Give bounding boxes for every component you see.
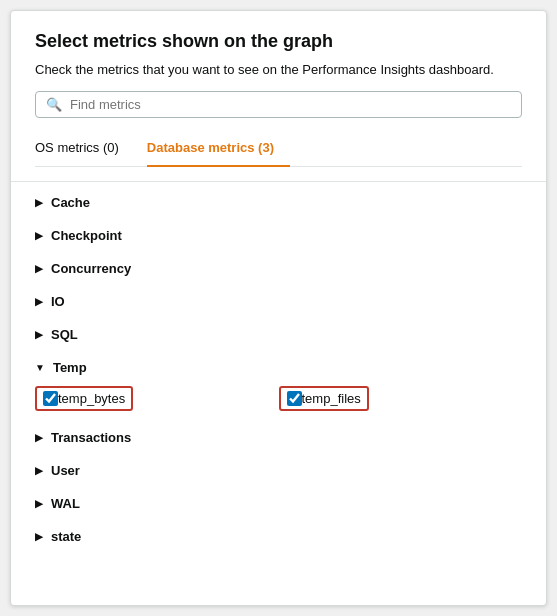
temp-files-label: temp_files [302, 391, 361, 406]
metric-group-cache-header[interactable]: Cache [35, 190, 522, 215]
temp-expand-icon [35, 362, 45, 373]
user-label: User [51, 463, 80, 478]
metric-group-user: User [35, 454, 522, 487]
metric-group-state: state [35, 520, 522, 553]
temp-files-checkbox[interactable] [287, 391, 302, 406]
metric-group-sql: SQL [35, 318, 522, 351]
checkpoint-label: Checkpoint [51, 228, 122, 243]
concurrency-expand-icon [35, 263, 43, 274]
select-metrics-modal: Select metrics shown on the graph Check … [10, 10, 547, 606]
metric-group-state-header[interactable]: state [35, 524, 522, 549]
temp-bytes-checkbox[interactable] [43, 391, 58, 406]
wal-label: WAL [51, 496, 80, 511]
metric-group-io-header[interactable]: IO [35, 289, 522, 314]
sql-expand-icon [35, 329, 43, 340]
cache-label: Cache [51, 195, 90, 210]
temp-files-wrapper: temp_files [279, 386, 369, 411]
metric-group-wal-header[interactable]: WAL [35, 491, 522, 516]
search-icon: 🔍 [46, 97, 62, 112]
metric-group-temp: Temp temp_bytes temp_files [35, 351, 522, 421]
metric-group-io: IO [35, 285, 522, 318]
metric-group-wal: WAL [35, 487, 522, 520]
transactions-expand-icon [35, 432, 43, 443]
io-label: IO [51, 294, 65, 309]
metric-groups-list: Cache Checkpoint Concurrency IO [35, 186, 522, 553]
metric-group-transactions-header[interactable]: Transactions [35, 425, 522, 450]
modal-title: Select metrics shown on the graph [35, 31, 522, 52]
concurrency-label: Concurrency [51, 261, 131, 276]
tabs-container: OS metrics (0) Database metrics (3) [35, 132, 522, 167]
state-label: state [51, 529, 81, 544]
metric-group-concurrency: Concurrency [35, 252, 522, 285]
transactions-label: Transactions [51, 430, 131, 445]
temp-bytes-wrapper: temp_bytes [35, 386, 133, 411]
metric-group-checkpoint: Checkpoint [35, 219, 522, 252]
wal-expand-icon [35, 498, 43, 509]
temp-files-item: temp_files [279, 386, 523, 411]
checkpoint-expand-icon [35, 230, 43, 241]
metric-group-concurrency-header[interactable]: Concurrency [35, 256, 522, 281]
temp-label: Temp [53, 360, 87, 375]
io-expand-icon [35, 296, 43, 307]
modal-subtitle: Check the metrics that you want to see o… [35, 62, 522, 77]
divider [11, 181, 546, 182]
search-box: 🔍 [35, 91, 522, 118]
temp-bytes-label: temp_bytes [58, 391, 125, 406]
state-expand-icon [35, 531, 43, 542]
tab-database-metrics[interactable]: Database metrics (3) [147, 132, 290, 167]
tab-os-metrics[interactable]: OS metrics (0) [35, 132, 135, 167]
metric-group-cache: Cache [35, 186, 522, 219]
temp-metrics-row: temp_bytes temp_files [35, 380, 522, 417]
temp-bytes-item: temp_bytes [35, 386, 279, 411]
metric-group-user-header[interactable]: User [35, 458, 522, 483]
user-expand-icon [35, 465, 43, 476]
metric-group-checkpoint-header[interactable]: Checkpoint [35, 223, 522, 248]
sql-label: SQL [51, 327, 78, 342]
cache-expand-icon [35, 197, 43, 208]
metric-group-sql-header[interactable]: SQL [35, 322, 522, 347]
search-input[interactable] [70, 97, 511, 112]
metric-group-transactions: Transactions [35, 421, 522, 454]
metric-group-temp-header[interactable]: Temp [35, 355, 522, 380]
